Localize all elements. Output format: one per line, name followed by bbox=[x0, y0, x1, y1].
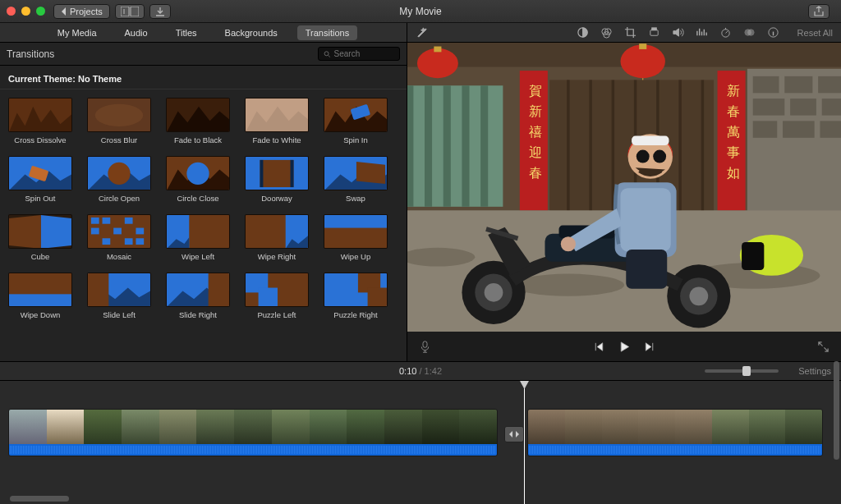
reset-all-button[interactable]: Reset All bbox=[797, 28, 833, 38]
svg-rect-91 bbox=[434, 47, 441, 53]
svg-text:萬: 萬 bbox=[727, 125, 740, 139]
zoom-slider[interactable] bbox=[705, 369, 779, 373]
svg-point-118 bbox=[485, 283, 503, 302]
svg-text:如: 如 bbox=[727, 166, 740, 180]
transition-item[interactable]: Slide Left bbox=[87, 273, 151, 319]
fullscreen-icon[interactable] bbox=[817, 341, 830, 353]
stabilization-icon[interactable] bbox=[648, 26, 660, 39]
svg-text:春: 春 bbox=[529, 166, 542, 180]
svg-text:禧: 禧 bbox=[529, 125, 542, 139]
transition-item[interactable]: Cube bbox=[8, 214, 72, 261]
playhead[interactable] bbox=[524, 381, 525, 504]
transition-item[interactable]: Circle Close bbox=[166, 156, 230, 203]
svg-rect-32 bbox=[103, 218, 111, 224]
noise-reduction-icon[interactable] bbox=[696, 26, 708, 39]
transition-item[interactable]: Wipe Right bbox=[245, 214, 309, 261]
clip-filter-icon[interactable] bbox=[743, 26, 756, 39]
transition-item[interactable]: Puzzle Left bbox=[245, 273, 309, 319]
svg-text:新: 新 bbox=[529, 104, 542, 118]
volume-icon[interactable] bbox=[672, 26, 684, 39]
transition-item[interactable]: Puzzle Right bbox=[324, 273, 388, 319]
svg-text:賀: 賀 bbox=[529, 84, 542, 98]
color-balance-icon[interactable] bbox=[577, 26, 589, 39]
tab-titles[interactable]: Titles bbox=[168, 25, 205, 40]
transition-item[interactable]: Cross Dissolve bbox=[8, 98, 72, 144]
vertical-scrollbar[interactable] bbox=[834, 361, 839, 460]
search-input[interactable] bbox=[334, 49, 394, 58]
transition-item[interactable]: Circle Open bbox=[87, 156, 151, 203]
svg-rect-63 bbox=[651, 28, 656, 30]
svg-rect-1 bbox=[131, 7, 139, 16]
svg-point-92 bbox=[620, 44, 665, 78]
svg-rect-51 bbox=[209, 273, 229, 307]
timeline-clip[interactable] bbox=[8, 409, 498, 456]
info-icon[interactable] bbox=[767, 26, 779, 39]
library-toggle-button[interactable] bbox=[115, 4, 145, 19]
transition-item[interactable]: Spin In bbox=[324, 98, 388, 144]
window-controls bbox=[7, 7, 45, 16]
svg-rect-49 bbox=[88, 273, 108, 307]
svg-point-9 bbox=[95, 104, 143, 126]
import-button[interactable] bbox=[149, 4, 171, 19]
crop-icon[interactable] bbox=[624, 26, 636, 39]
svg-point-3 bbox=[324, 51, 329, 55]
svg-rect-38 bbox=[125, 238, 133, 245]
svg-rect-25 bbox=[291, 160, 294, 187]
transition-item[interactable]: Spin Out bbox=[8, 156, 72, 203]
transition-in-timeline[interactable] bbox=[504, 426, 524, 442]
transition-item[interactable]: Mosaic bbox=[87, 214, 151, 261]
voiceover-icon[interactable] bbox=[419, 341, 431, 353]
color-correction-icon[interactable] bbox=[600, 26, 613, 39]
transition-item[interactable]: Fade to White bbox=[245, 98, 309, 144]
video-viewer[interactable]: 賀新禧迎春 新春萬事如 bbox=[407, 43, 841, 332]
timeline[interactable] bbox=[0, 381, 841, 504]
minimize-icon[interactable] bbox=[21, 7, 30, 16]
svg-rect-62 bbox=[650, 30, 657, 36]
svg-rect-24 bbox=[260, 160, 264, 187]
svg-point-133 bbox=[653, 150, 666, 163]
svg-rect-54 bbox=[259, 288, 278, 307]
zoom-icon[interactable] bbox=[36, 7, 45, 16]
tab-audio[interactable]: Audio bbox=[117, 25, 156, 40]
search-field bbox=[318, 47, 400, 61]
svg-rect-27 bbox=[356, 162, 385, 184]
tab-my-media[interactable]: My Media bbox=[49, 25, 105, 40]
svg-rect-47 bbox=[9, 294, 71, 307]
timeline-settings-button[interactable]: Settings bbox=[798, 366, 831, 376]
svg-rect-107 bbox=[790, 99, 816, 115]
share-button[interactable] bbox=[808, 4, 830, 19]
transition-item[interactable]: Cross Blur bbox=[87, 98, 151, 144]
timeline-clip[interactable] bbox=[527, 409, 823, 456]
transition-item[interactable]: Fade to Black bbox=[166, 98, 230, 144]
timeline-scrollbar[interactable] bbox=[10, 496, 69, 502]
close-icon[interactable] bbox=[7, 7, 16, 16]
svg-text:春: 春 bbox=[727, 104, 740, 118]
transition-item[interactable]: Doorway bbox=[245, 156, 309, 203]
svg-rect-134 bbox=[423, 341, 427, 347]
search-icon bbox=[324, 50, 331, 58]
transition-item[interactable]: Wipe Up bbox=[324, 214, 388, 261]
prev-frame-button[interactable] bbox=[593, 341, 605, 353]
transition-item[interactable]: Swap bbox=[324, 156, 388, 203]
tab-backgrounds[interactable]: Backgrounds bbox=[217, 25, 286, 40]
svg-line-4 bbox=[329, 55, 330, 57]
svg-rect-13 bbox=[246, 99, 308, 132]
svg-rect-31 bbox=[91, 218, 99, 224]
play-button[interactable] bbox=[618, 341, 631, 353]
transition-item[interactable]: Wipe Left bbox=[166, 214, 230, 261]
svg-text:迎: 迎 bbox=[529, 145, 542, 159]
time-counter: 0:10 / 1:42 bbox=[399, 366, 442, 376]
browser-pane: My Media Audio Titles Backgrounds Transi… bbox=[0, 23, 407, 361]
tab-transitions[interactable]: Transitions bbox=[297, 25, 357, 40]
svg-rect-131 bbox=[632, 136, 669, 145]
magic-wand-icon[interactable] bbox=[416, 26, 428, 39]
back-to-projects-button[interactable]: Projects bbox=[53, 4, 110, 19]
svg-rect-106 bbox=[753, 99, 785, 115]
transitions-grid: Cross Dissolve Cross Blur Fade to Black … bbox=[0, 89, 407, 361]
svg-rect-36 bbox=[136, 228, 144, 235]
transition-item[interactable]: Slide Right bbox=[166, 273, 230, 319]
transition-item[interactable]: Wipe Down bbox=[8, 273, 72, 319]
speed-icon[interactable] bbox=[719, 26, 732, 39]
next-frame-button[interactable] bbox=[644, 341, 656, 353]
svg-text:事: 事 bbox=[727, 145, 740, 159]
